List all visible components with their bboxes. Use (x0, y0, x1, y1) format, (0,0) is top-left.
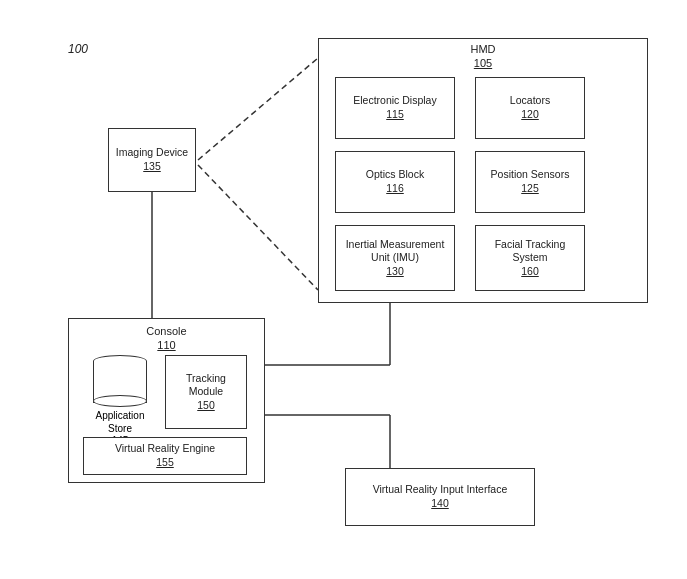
electronic-display-num: 115 (386, 108, 404, 122)
locators-num: 120 (521, 108, 539, 122)
svg-line-1 (198, 165, 318, 290)
imaging-device-box: Imaging Device 135 (108, 128, 196, 192)
cylinder-shape (93, 355, 147, 407)
imu-box: Inertial Measurement Unit (IMU) 130 (335, 225, 455, 291)
vr-engine-box: Virtual Reality Engine 155 (83, 437, 247, 475)
position-sensors-box: Position Sensors 125 (475, 151, 585, 213)
console-box: Console 110 Application Store 145 Tracki… (68, 318, 265, 483)
electronic-display-label: Electronic Display (353, 94, 436, 108)
hmd-title: HMD (319, 39, 647, 57)
locators-box: Locators 120 (475, 77, 585, 139)
facial-tracking-box: Facial Tracking System 160 (475, 225, 585, 291)
imaging-device-num: 135 (143, 160, 161, 174)
tracking-module-num: 150 (197, 399, 215, 413)
app-store-component: Application Store 145 (83, 355, 157, 446)
locators-label: Locators (510, 94, 550, 108)
optics-block-label: Optics Block (366, 168, 424, 182)
vr-input-label: Virtual Reality Input Interface (373, 483, 508, 497)
hmd-number: 105 (319, 57, 647, 69)
vr-engine-num: 155 (156, 456, 174, 470)
imu-num: 130 (386, 265, 404, 279)
imaging-device-label: Imaging Device (116, 146, 188, 160)
position-sensors-label: Position Sensors (491, 168, 570, 182)
cyl-bottom-ellipse (93, 395, 147, 407)
optics-block-num: 116 (386, 182, 404, 196)
vr-input-num: 140 (431, 497, 449, 511)
app-store-label: Application Store (83, 409, 157, 435)
diagram: 100 HMD 105 Electronic Display 115 Locat… (0, 0, 687, 579)
console-number: 110 (69, 339, 264, 351)
optics-block-box: Optics Block 116 (335, 151, 455, 213)
vr-input-box: Virtual Reality Input Interface 140 (345, 468, 535, 526)
position-sensors-num: 125 (521, 182, 539, 196)
hmd-box: HMD 105 Electronic Display 115 Locators … (318, 38, 648, 303)
facial-tracking-num: 160 (521, 265, 539, 279)
electronic-display-box: Electronic Display 115 (335, 77, 455, 139)
vr-engine-label: Virtual Reality Engine (115, 442, 215, 456)
tracking-module-label: Tracking Module (170, 372, 242, 399)
svg-line-0 (198, 58, 318, 160)
tracking-module-box: Tracking Module 150 (165, 355, 247, 429)
console-title: Console (69, 319, 264, 339)
imu-label: Inertial Measurement Unit (IMU) (340, 238, 450, 265)
system-label: 100 (68, 42, 88, 56)
facial-tracking-label: Facial Tracking System (480, 238, 580, 265)
